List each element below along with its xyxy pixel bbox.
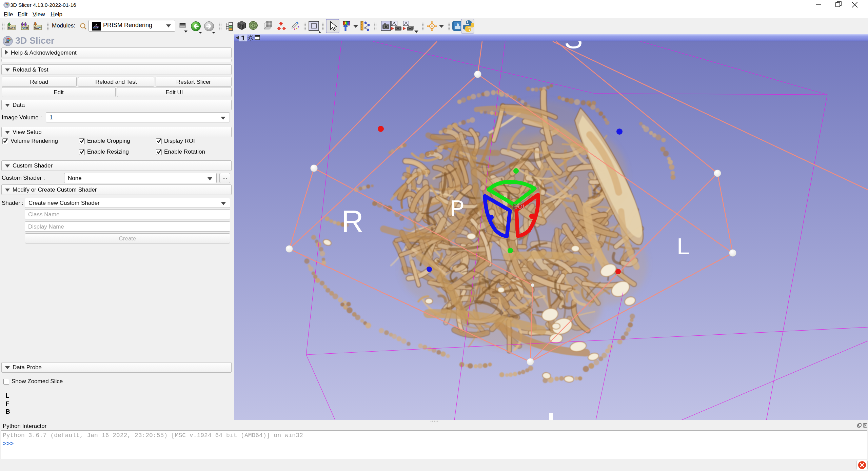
svg-text:DCM: DCM xyxy=(22,26,28,30)
svg-text:DATA: DATA xyxy=(8,26,15,30)
svg-text:R: R xyxy=(341,204,363,238)
svg-text:L: L xyxy=(677,233,690,259)
svg-text:1: 1 xyxy=(241,34,245,42)
svg-text:SAVE: SAVE xyxy=(34,26,42,30)
svg-text:ROI: ROI xyxy=(513,203,525,210)
svg-text:P: P xyxy=(450,196,465,220)
